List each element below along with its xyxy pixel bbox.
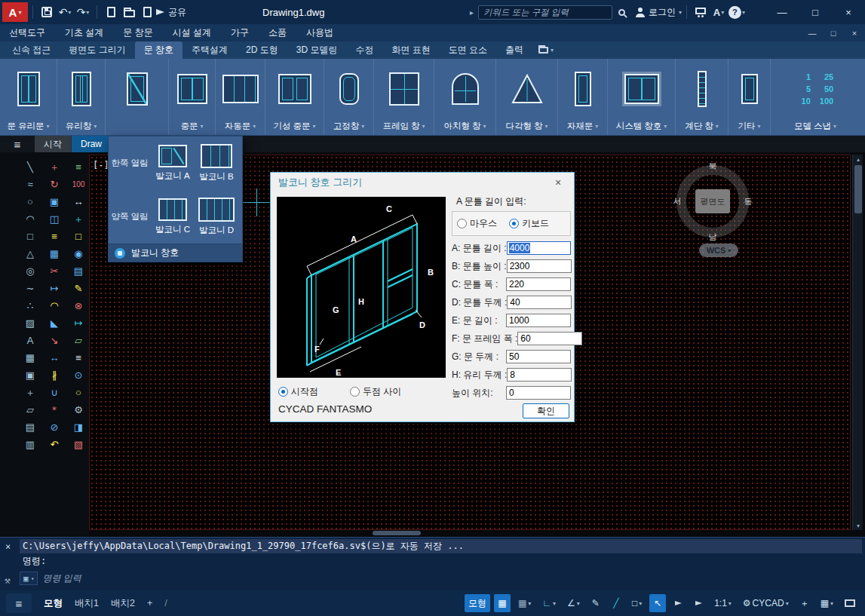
layout2-tab[interactable]: 배치2 bbox=[111, 597, 135, 610]
mirror-tool-icon[interactable]: ◫ bbox=[44, 210, 65, 228]
properties-tool-icon[interactable]: ▤ bbox=[68, 262, 89, 280]
dropdown-footer-balcony-window[interactable]: 발코니 창호 bbox=[109, 244, 242, 262]
horizontal-splitter-handle[interactable] bbox=[373, 531, 421, 535]
ellipse-tool-icon[interactable]: ◎ bbox=[20, 262, 41, 280]
purge-tool-icon[interactable]: ⊗ bbox=[68, 297, 89, 314]
ribbon-item-frame-window[interactable]: 프레임 창▾ bbox=[374, 59, 434, 135]
minimize-button[interactable]: — bbox=[765, 0, 799, 24]
view-tool-icon[interactable]: ◉ bbox=[68, 245, 89, 262]
compass-east-label[interactable]: 동 bbox=[744, 196, 753, 207]
dropdown-item-balcony-d[interactable]: 발코니 D bbox=[195, 198, 238, 236]
ribbon-item-glass-window[interactable]: 유리창▾ bbox=[57, 59, 106, 135]
circle-tool-icon[interactable]: ○ bbox=[20, 193, 41, 210]
scroll-down-icon[interactable]: ▾ bbox=[853, 521, 863, 530]
trim-tool-icon[interactable]: ✂ bbox=[44, 262, 65, 280]
wrench-icon[interactable]: ⚒ bbox=[5, 575, 11, 586]
rotate-tool-icon[interactable]: ↻ bbox=[44, 176, 65, 193]
ribbon-tab-2d-shapes[interactable]: 2D 도형 bbox=[237, 41, 287, 59]
app-logo-button[interactable]: A▾ bbox=[2, 2, 28, 22]
materials-tool-icon[interactable]: ▧ bbox=[68, 436, 89, 453]
ribbon-item-arch-window[interactable]: 아치형 창▾ bbox=[434, 59, 496, 135]
menu-basic-design[interactable]: 기초 설계 bbox=[65, 26, 103, 39]
annotation-scale-selector[interactable]: 1:1▾ bbox=[710, 594, 735, 612]
dialog-close-button[interactable]: × bbox=[550, 176, 566, 188]
ribbon-item-auto-door[interactable]: 자동문▾ bbox=[216, 59, 265, 135]
extend-tool-icon[interactable]: ↦ bbox=[44, 280, 65, 297]
wcs-button[interactable]: WCS▾ bbox=[699, 244, 738, 257]
offset-tool-icon[interactable]: ≡ bbox=[44, 228, 65, 245]
area-tool-icon[interactable]: ▱ bbox=[68, 332, 89, 349]
ribbon-tab-drawing-elements[interactable]: 도면 요소 bbox=[440, 41, 496, 59]
hatch-tool-icon[interactable]: ▨ bbox=[20, 314, 41, 332]
height-position-input[interactable] bbox=[506, 386, 571, 400]
ribbon-item-polygon-window[interactable]: 다각형 창▾ bbox=[496, 59, 558, 135]
new-file-button[interactable] bbox=[102, 3, 120, 21]
scroll-up-icon[interactable]: ▴ bbox=[853, 155, 863, 164]
view-compass[interactable]: 북 남 서 동 평면도 bbox=[676, 165, 749, 238]
model-snap-values[interactable]: 125 550 10100 bbox=[797, 72, 833, 107]
model-space-toggle[interactable]: 모형 bbox=[465, 594, 490, 612]
pan-tool-icon[interactable]: ↔ bbox=[68, 193, 89, 210]
help-button[interactable]: ?▾ bbox=[728, 3, 746, 21]
cursor-pick-toggle[interactable]: ↖ bbox=[649, 594, 666, 612]
line-tool-icon[interactable]: ╲ bbox=[20, 158, 41, 176]
frame-length-input[interactable]: 4000 bbox=[507, 241, 571, 255]
share-button[interactable]: 공유 bbox=[156, 3, 186, 21]
point-tool-icon[interactable]: ∴ bbox=[20, 297, 41, 314]
dropdown-item-balcony-c[interactable]: 발코니 C bbox=[151, 198, 195, 235]
text-tool-icon[interactable]: A bbox=[20, 332, 41, 349]
compass-west-label[interactable]: 서 bbox=[673, 196, 682, 207]
ribbon-options-button[interactable]: ▾ bbox=[538, 41, 554, 59]
snap-mode-toggle[interactable]: ▦▾ bbox=[514, 594, 535, 612]
dialog-titlebar[interactable]: 발코니 창호 그리기 × bbox=[271, 173, 574, 192]
door-frame-width-input[interactable] bbox=[517, 332, 582, 345]
table-tool-icon[interactable]: ▦ bbox=[20, 349, 41, 366]
id-point-tool-icon[interactable]: ⊙ bbox=[68, 366, 89, 384]
ribbon-item-balcony-window-open[interactable] bbox=[106, 59, 169, 135]
group-tool-icon[interactable]: ▥ bbox=[20, 436, 41, 453]
zoom-100-tool-icon[interactable]: 100 bbox=[68, 176, 89, 193]
ribbon-item-stair-window[interactable]: 계단 창▾ bbox=[676, 59, 729, 135]
ribbon-tab-display[interactable]: 화면 표현 bbox=[382, 41, 439, 59]
radio-keyboard[interactable]: 키보드 bbox=[509, 217, 549, 230]
command-options-button[interactable]: ▣ ▾ bbox=[20, 572, 38, 585]
menu-howto[interactable]: 사용법 bbox=[306, 26, 333, 39]
add-layout-button[interactable]: + bbox=[147, 598, 152, 608]
layout1-tab[interactable]: 배치1 bbox=[75, 597, 99, 610]
zoom-extents-tool-icon[interactable]: □ bbox=[68, 228, 89, 245]
lineweight-toggle[interactable]: ╱ bbox=[608, 594, 624, 612]
menu-props[interactable]: 소품 bbox=[268, 26, 287, 39]
ok-button[interactable]: 확인 bbox=[523, 403, 569, 418]
radio-mouse[interactable]: 마우스 bbox=[457, 217, 497, 230]
doc-close-button[interactable]: × bbox=[844, 24, 865, 41]
ribbon-item-system-window[interactable]: 시스템 창호▾ bbox=[608, 59, 676, 135]
explode-tool-icon[interactable]: ＊ bbox=[44, 401, 65, 418]
render-tool-icon[interactable]: ◨ bbox=[68, 418, 89, 436]
ribbon-tab-house-design[interactable]: 주택설계 bbox=[183, 41, 237, 59]
scrollbar-thumb[interactable] bbox=[854, 165, 862, 213]
undo-tool-tool-icon[interactable]: ↶ bbox=[44, 436, 65, 453]
measure-tool-icon[interactable]: ＋ bbox=[20, 384, 41, 401]
undo-button[interactable]: ↶▾ bbox=[56, 3, 74, 21]
spline-tool-icon[interactable]: ∼ bbox=[20, 280, 41, 297]
ribbon-tab-doors-windows[interactable]: 문 창호 bbox=[135, 41, 183, 59]
ribbon-item-material-door[interactable]: 자재문▾ bbox=[558, 59, 608, 135]
frame-width-input[interactable] bbox=[506, 277, 571, 291]
door-thickness-input[interactable] bbox=[506, 350, 571, 363]
fillet-tool-icon[interactable]: ◠ bbox=[44, 297, 65, 314]
settings-tool-icon[interactable]: ⚙ bbox=[68, 401, 89, 418]
match-properties-tool-icon[interactable]: ✎ bbox=[68, 280, 89, 297]
compass-south-label[interactable]: 남 bbox=[709, 231, 717, 243]
hatch-solid-tool-icon[interactable]: ▤ bbox=[20, 418, 41, 436]
dropdown-item-balcony-a[interactable]: 발코니 A bbox=[151, 145, 195, 182]
ribbon-item-ready-middle-door[interactable]: 기성 중문▾ bbox=[265, 59, 324, 135]
ribbon-tab-output[interactable]: 출력 bbox=[496, 41, 532, 59]
frame-thickness-input[interactable] bbox=[507, 296, 572, 309]
compass-top-view[interactable]: 평면도 bbox=[695, 189, 730, 213]
copy-tool-icon[interactable]: ▣ bbox=[44, 193, 65, 210]
chamfer-tool-icon[interactable]: ◣ bbox=[44, 314, 65, 332]
ribbon-tab-quick-access[interactable]: 신속 접근 bbox=[3, 41, 60, 59]
zoom-in-tool-icon[interactable]: ＋ bbox=[68, 210, 89, 228]
grid-display-toggle[interactable]: ▦ bbox=[494, 594, 511, 612]
list-tool-icon[interactable]: ≡ bbox=[68, 349, 89, 366]
